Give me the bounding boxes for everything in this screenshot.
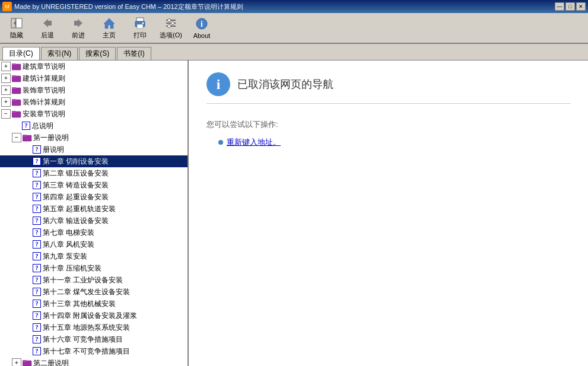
svg-rect-31 <box>23 135 27 136</box>
svg-rect-6 <box>74 21 78 26</box>
svg-rect-25 <box>12 87 16 89</box>
expand-button[interactable]: − <box>12 133 21 142</box>
print-icon <box>133 16 147 30</box>
expand-button[interactable]: − <box>1 109 11 119</box>
question-icon: ? <box>21 121 31 131</box>
svg-rect-29 <box>12 111 16 113</box>
window-title: Made by UNREGISTERED version of Easy CHM… <box>14 2 243 11</box>
nav-error-container: i 已取消该网页的导航 您可以尝试以下操作: 重新键入地址。 <box>189 61 588 366</box>
tree-item-item-5-2-11[interactable]: ?第十章 压缩机安装 <box>0 262 187 274</box>
tree-container[interactable]: +建筑章节说明+建筑计算规则+装饰章节说明+装饰计算规则−安装章节说明?总说明−… <box>0 61 187 366</box>
question-icon: ? <box>32 145 42 154</box>
tree-item-item-5[interactable]: −安装章节说明 <box>0 108 187 120</box>
expand-button[interactable]: + <box>1 97 11 107</box>
forward-button[interactable]: 前进 <box>64 14 93 42</box>
item-label: 第十章 压缩机安装 <box>43 263 101 273</box>
question-icon: ? <box>32 157 42 166</box>
hide-button[interactable]: 隐藏 <box>2 14 31 42</box>
tree-item-item-5-2-9[interactable]: ?第八章 风机安装 <box>0 238 187 250</box>
tree-item-item-5-2[interactable]: −第一册说明 <box>0 132 187 144</box>
forward-label: 前进 <box>72 31 85 40</box>
item-label: 第八章 风机安装 <box>43 239 94 250</box>
tab-index[interactable]: 索引(N) <box>41 47 78 60</box>
svg-rect-1 <box>16 18 22 28</box>
item-label: 第四章 起重设备安装 <box>43 192 109 202</box>
tree-item-item-5-2-10[interactable]: ?第九章 泵安装 <box>0 250 187 262</box>
svg-text:i: i <box>201 20 203 28</box>
home-icon <box>102 16 116 30</box>
main-container: +建筑章节说明+建筑计算规则+装饰章节说明+装饰计算规则−安装章节说明?总说明−… <box>0 61 588 366</box>
question-icon: ? <box>32 228 42 237</box>
folder-icon <box>23 358 32 366</box>
nav-error-list: 重新键入地址。 <box>206 130 570 150</box>
item-label: 第一册说明 <box>33 132 69 143</box>
nav-error-body: 您可以尝试以下操作: 重新键入地址。 <box>206 113 570 156</box>
tree-item-item-5-2-16[interactable]: ?第十五章 地源热泵系统安装 <box>0 322 187 333</box>
minimize-button[interactable]: — <box>555 2 564 11</box>
item-label: 装饰章节说明 <box>23 85 65 96</box>
right-panel: i 已取消该网页的导航 您可以尝试以下操作: 重新键入地址。 <box>189 61 588 366</box>
tree-item-item-5-2-18[interactable]: ?第十七章 不可竞争措施项目 <box>0 345 187 357</box>
tab-bar: 目录(C) 索引(N) 搜索(S) 书签(I) <box>0 44 588 61</box>
home-button[interactable]: 主页 <box>95 14 123 42</box>
item-label: 第十七章 不可竞争措施项目 <box>43 346 130 357</box>
tree-item-item-5-2-12[interactable]: ?第十一章 工业炉设备安装 <box>0 274 187 286</box>
tree-item-item-5-2-1[interactable]: ?册说明 <box>0 144 187 155</box>
question-icon: ? <box>32 346 42 356</box>
tree-item-item-5-2-4[interactable]: ?第三章 铸造设备安装 <box>0 179 187 191</box>
expand-button[interactable]: + <box>1 74 11 83</box>
question-icon: ? <box>32 180 42 190</box>
back-icon <box>40 16 55 30</box>
tree-item-item-5-2-3[interactable]: ?第二章 锻压设备安装 <box>0 167 187 179</box>
about-label: About <box>193 32 211 39</box>
options-button[interactable]: 选项(O) <box>157 14 185 42</box>
svg-point-15 <box>168 18 171 21</box>
question-icon: ? <box>32 287 42 297</box>
tree-item-item-5-2-6[interactable]: ?第五章 起重机轨道安装 <box>0 203 187 215</box>
back-button[interactable]: 后退 <box>33 14 62 42</box>
svg-rect-23 <box>12 75 16 77</box>
item-label: 安装章节说明 <box>23 109 65 119</box>
item-label: 建筑计算规则 <box>23 73 65 84</box>
tree-item-item-5-2-5[interactable]: ?第四章 起重设备安装 <box>0 191 187 203</box>
expand-button[interactable]: + <box>1 85 11 95</box>
tree-item-item-2[interactable]: +建筑计算规则 <box>0 72 187 84</box>
tree-item-item-5-2-8[interactable]: ?第七章 电梯安装 <box>0 227 187 238</box>
tree-item-item-5-2-13[interactable]: ?第十二章 煤气发生设备安装 <box>0 286 187 298</box>
hide-icon <box>9 16 24 30</box>
tree-item-item-5-2-2[interactable]: ?第一章 切削设备安装 <box>0 155 187 167</box>
tab-search[interactable]: 搜索(S) <box>79 47 116 60</box>
folder-icon <box>12 97 21 107</box>
tree-item-item-5-1[interactable]: ?总说明 <box>0 120 187 132</box>
tree-item-item-5-2-14[interactable]: ?第十三章 其他机械安装 <box>0 298 187 310</box>
left-panel: +建筑章节说明+建筑计算规则+装饰章节说明+装饰计算规则−安装章节说明?总说明−… <box>0 61 189 366</box>
tab-contents[interactable]: 目录(C) <box>2 47 40 60</box>
svg-point-17 <box>168 24 171 27</box>
tree-item-item-5-2-7[interactable]: ?第六章 输送设备安装 <box>0 215 187 227</box>
expand-button[interactable]: + <box>1 62 11 71</box>
expand-button[interactable]: + <box>12 358 21 366</box>
question-icon: ? <box>32 168 42 178</box>
retype-link[interactable]: 重新键入地址。 <box>227 137 281 148</box>
tree-item-item-4[interactable]: +装饰计算规则 <box>0 96 187 108</box>
close-button[interactable]: ✕ <box>576 2 586 11</box>
item-label: 建筑章节说明 <box>23 61 65 72</box>
tree-item-item-5-3[interactable]: +第二册说明 <box>0 357 187 366</box>
maximize-button[interactable]: □ <box>565 2 575 11</box>
info-icon: i <box>206 72 230 96</box>
about-button[interactable]: i About <box>187 14 216 42</box>
tree-item-item-1[interactable]: +建筑章节说明 <box>0 61 187 72</box>
item-label: 第二册说明 <box>33 358 69 366</box>
item-label: 第二章 锻压设备安装 <box>43 168 109 179</box>
tree-item-item-5-2-17[interactable]: ?第十六章 可竞争措施项目 <box>0 333 187 345</box>
question-icon: ? <box>32 323 42 332</box>
print-button[interactable]: 打印 <box>126 14 154 42</box>
nav-error-title: 已取消该网页的导航 <box>237 77 333 91</box>
svg-marker-3 <box>43 19 48 27</box>
tab-bookmarks[interactable]: 书签(I) <box>117 47 151 60</box>
question-icon: ? <box>32 275 42 285</box>
tree-item-item-3[interactable]: +装饰章节说明 <box>0 84 187 96</box>
back-label: 后退 <box>41 31 54 40</box>
svg-point-11 <box>142 22 144 24</box>
tree-item-item-5-2-15[interactable]: ?第十四章 附属设备安装及灌浆 <box>0 310 187 322</box>
